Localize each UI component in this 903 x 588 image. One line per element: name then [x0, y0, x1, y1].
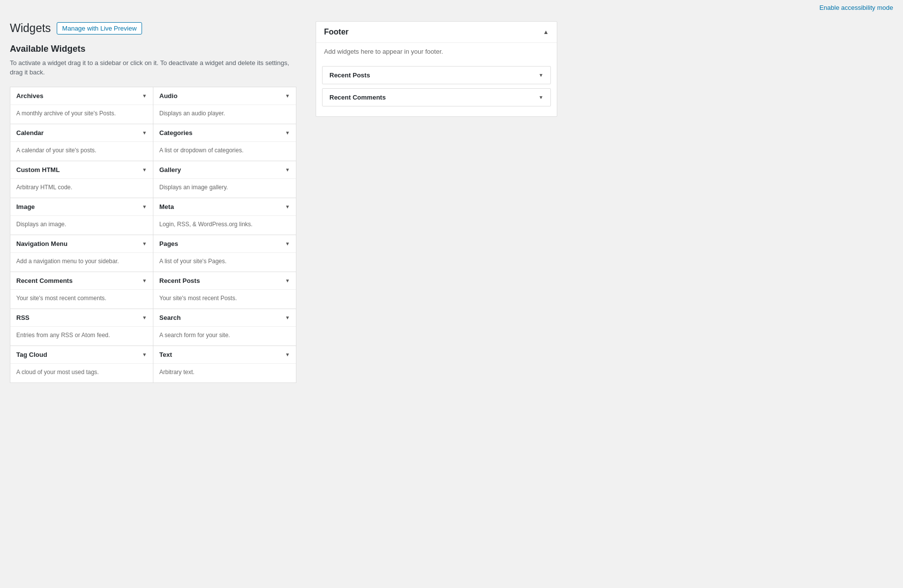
widget-header[interactable]: Pages ▼ — [153, 235, 296, 252]
widget-desc: Entries from any RSS or Atom feed. — [10, 326, 153, 346]
widget-cell: Categories ▼ A list or dropdown of categ… — [153, 124, 296, 161]
widget-header[interactable]: Text ▼ — [153, 346, 296, 363]
widget-desc: Displays an image. — [10, 215, 153, 235]
widget-desc: Displays an image gallery. — [153, 178, 296, 198]
widget-header[interactable]: Search ▼ — [153, 309, 296, 326]
widget-name: Recent Posts — [159, 277, 200, 284]
widget-name: RSS — [16, 314, 30, 321]
widget-desc: Displays an audio player. — [153, 104, 296, 124]
footer-widget-item-chevron-icon: ▼ — [539, 95, 543, 100]
footer-sidebar-header[interactable]: Footer ▲ — [316, 22, 557, 43]
widget-desc: Add a navigation menu to your sidebar. — [10, 252, 153, 272]
widget-cell: Navigation Menu ▼ Add a navigation menu … — [10, 235, 153, 272]
widget-chevron-icon: ▼ — [142, 204, 147, 209]
accessibility-link[interactable]: Enable accessibility mode — [819, 4, 893, 11]
widget-chevron-icon: ▼ — [285, 315, 290, 320]
widget-header[interactable]: Custom HTML ▼ — [10, 161, 153, 178]
widget-chevron-icon: ▼ — [285, 352, 290, 357]
widget-name: Recent Comments — [16, 277, 72, 284]
widget-desc: A cloud of your most used tags. — [10, 363, 153, 382]
widget-name: Tag Cloud — [16, 351, 47, 358]
widget-header[interactable]: Recent Posts ▼ — [153, 272, 296, 289]
widget-chevron-icon: ▼ — [285, 204, 290, 209]
widget-chevron-icon: ▼ — [285, 278, 290, 283]
widget-cell: Audio ▼ Displays an audio player. — [153, 87, 296, 124]
footer-widget-item-header[interactable]: Recent Posts ▼ — [323, 67, 550, 84]
widget-name: Navigation Menu — [16, 240, 68, 247]
footer-widget-item-chevron-icon: ▼ — [539, 72, 543, 78]
widget-cell: Custom HTML ▼ Arbitrary HTML code. — [10, 161, 153, 198]
available-widgets-title: Available Widgets — [10, 44, 296, 54]
footer-widget-item-header[interactable]: Recent Comments ▼ — [323, 89, 550, 106]
footer-widget-item-name: Recent Comments — [329, 94, 386, 101]
top-bar: Enable accessibility mode — [0, 0, 903, 11]
widget-chevron-icon: ▼ — [142, 130, 147, 136]
left-panel: Widgets Manage with Live Preview Availab… — [10, 21, 296, 383]
widget-cell: Calendar ▼ A calendar of your site's pos… — [10, 124, 153, 161]
widget-chevron-icon: ▼ — [142, 167, 147, 173]
widget-header[interactable]: Gallery ▼ — [153, 161, 296, 178]
footer-sidebar-desc: Add widgets here to appear in your foote… — [316, 43, 557, 62]
widget-cell: RSS ▼ Entries from any RSS or Atom feed. — [10, 309, 153, 346]
widget-header[interactable]: Image ▼ — [10, 198, 153, 215]
widget-name: Gallery — [159, 166, 181, 173]
footer-widget-item: Recent Comments ▼ — [322, 88, 551, 106]
widget-chevron-icon: ▼ — [285, 93, 290, 99]
widget-desc: A list or dropdown of categories. — [153, 141, 296, 161]
widget-header[interactable]: Navigation Menu ▼ — [10, 235, 153, 252]
widget-cell: Search ▼ A search form for your site. — [153, 309, 296, 346]
widget-name: Audio — [159, 92, 178, 100]
widget-name: Text — [159, 351, 172, 358]
widget-name: Custom HTML — [16, 166, 60, 173]
widget-chevron-icon: ▼ — [285, 241, 290, 246]
footer-sidebar: Footer ▲ Add widgets here to appear in y… — [316, 21, 557, 117]
widget-desc: Login, RSS, & WordPress.org links. — [153, 215, 296, 235]
live-preview-button[interactable]: Manage with Live Preview — [57, 22, 142, 35]
widget-header[interactable]: RSS ▼ — [10, 309, 153, 326]
widget-name: Categories — [159, 129, 192, 137]
page-title: Widgets — [10, 21, 51, 36]
widget-header[interactable]: Archives ▼ — [10, 87, 153, 104]
widget-header[interactable]: Meta ▼ — [153, 198, 296, 215]
widget-desc: Your site's most recent comments. — [10, 289, 153, 309]
widget-desc: A calendar of your site's posts. — [10, 141, 153, 161]
widget-chevron-icon: ▼ — [142, 278, 147, 283]
widgets-grid: Archives ▼ A monthly archive of your sit… — [10, 87, 296, 383]
footer-sidebar-collapse-icon: ▲ — [543, 29, 549, 35]
widget-chevron-icon: ▼ — [285, 167, 290, 173]
widget-name: Pages — [159, 240, 178, 247]
footer-widgets-list: Recent Posts ▼ Recent Comments ▼ — [316, 62, 557, 116]
widget-desc: A search form for your site. — [153, 326, 296, 346]
widget-cell: Image ▼ Displays an image. — [10, 198, 153, 235]
widget-chevron-icon: ▼ — [142, 93, 147, 99]
title-row: Widgets Manage with Live Preview — [10, 21, 296, 36]
widget-cell: Pages ▼ A list of your site's Pages. — [153, 235, 296, 272]
widget-name: Calendar — [16, 129, 44, 137]
footer-widget-item: Recent Posts ▼ — [322, 66, 551, 84]
footer-widget-item-name: Recent Posts — [329, 71, 370, 79]
widget-chevron-icon: ▼ — [285, 130, 290, 136]
widget-header[interactable]: Audio ▼ — [153, 87, 296, 104]
widget-chevron-icon: ▼ — [142, 352, 147, 357]
widget-header[interactable]: Calendar ▼ — [10, 124, 153, 141]
widget-chevron-icon: ▼ — [142, 241, 147, 246]
footer-sidebar-title: Footer — [324, 28, 349, 36]
widget-name: Meta — [159, 203, 174, 210]
widget-header[interactable]: Recent Comments ▼ — [10, 272, 153, 289]
widget-cell: Recent Posts ▼ Your site's most recent P… — [153, 272, 296, 309]
widget-desc: Arbitrary HTML code. — [10, 178, 153, 198]
widget-name: Search — [159, 314, 181, 321]
widget-cell: Gallery ▼ Displays an image gallery. — [153, 161, 296, 198]
widget-cell: Meta ▼ Login, RSS, & WordPress.org links… — [153, 198, 296, 235]
widget-header[interactable]: Tag Cloud ▼ — [10, 346, 153, 363]
widget-desc: Arbitrary text. — [153, 363, 296, 382]
available-widgets-desc: To activate a widget drag it to a sideba… — [10, 58, 296, 77]
widget-name: Archives — [16, 92, 43, 100]
widget-cell: Text ▼ Arbitrary text. — [153, 346, 296, 383]
widget-desc: A list of your site's Pages. — [153, 252, 296, 272]
widget-name: Image — [16, 203, 35, 210]
widget-cell: Archives ▼ A monthly archive of your sit… — [10, 87, 153, 124]
widget-desc: Your site's most recent Posts. — [153, 289, 296, 309]
widget-header[interactable]: Categories ▼ — [153, 124, 296, 141]
widget-cell: Recent Comments ▼ Your site's most recen… — [10, 272, 153, 309]
